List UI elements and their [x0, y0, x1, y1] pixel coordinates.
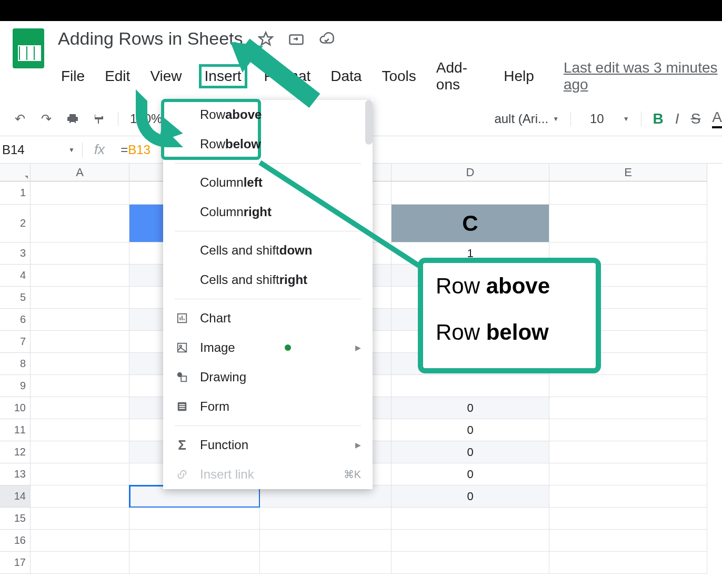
document-title[interactable]: Adding Rows in Sheets — [58, 28, 243, 49]
cell[interactable] — [31, 463, 129, 485]
cell[interactable] — [31, 375, 129, 397]
strike-button[interactable]: S — [691, 110, 701, 127]
text-color-button[interactable]: A — [712, 109, 722, 128]
column-header-D[interactable]: D — [392, 164, 549, 181]
column-header-A[interactable]: A — [31, 164, 129, 181]
row-header[interactable]: 13 — [0, 463, 31, 485]
row-header[interactable]: 14 — [0, 485, 31, 508]
column-header-E[interactable]: E — [549, 164, 707, 181]
menu-file[interactable]: File — [58, 67, 88, 86]
undo-icon[interactable]: ↶ — [13, 111, 27, 126]
insert-form[interactable]: Form — [163, 392, 373, 421]
menu-tools[interactable]: Tools — [378, 67, 419, 86]
font-name-select[interactable]: ault (Ari...▼ — [494, 111, 559, 126]
insert-row-above[interactable]: Row above — [163, 100, 373, 129]
cell[interactable] — [260, 508, 392, 530]
bold-button[interactable]: B — [653, 110, 664, 127]
cell[interactable] — [260, 530, 392, 552]
cell[interactable] — [392, 530, 549, 552]
cell[interactable] — [31, 287, 129, 309]
insert-row-below[interactable]: Row below — [163, 129, 373, 159]
cell[interactable] — [549, 181, 707, 205]
cell[interactable] — [549, 530, 707, 552]
insert-cells-shift-down[interactable]: Cells and shift down — [163, 236, 373, 265]
cell[interactable] — [31, 331, 129, 353]
row-header[interactable]: 4 — [0, 265, 31, 287]
cell[interactable] — [549, 419, 707, 441]
menu-view[interactable]: View — [147, 67, 185, 86]
cell[interactable] — [129, 508, 260, 530]
dropdown-icon[interactable]: ▼ — [623, 115, 629, 123]
cell[interactable] — [31, 265, 129, 287]
cell[interactable] — [31, 205, 129, 242]
row-header[interactable]: 17 — [0, 552, 31, 574]
paint-format-icon[interactable] — [92, 111, 106, 126]
cell[interactable] — [392, 181, 549, 205]
cell[interactable]: 0 — [392, 397, 549, 419]
insert-chart[interactable]: Chart — [163, 303, 373, 333]
cell[interactable] — [31, 353, 129, 375]
cell[interactable] — [31, 181, 129, 205]
cell[interactable] — [549, 552, 707, 574]
cell[interactable]: C — [392, 205, 549, 242]
redo-icon[interactable]: ↷ — [39, 111, 54, 126]
insert-drawing[interactable]: Drawing — [163, 362, 373, 392]
cell[interactable] — [31, 419, 129, 441]
row-header[interactable]: 7 — [0, 331, 31, 353]
cell[interactable] — [549, 441, 707, 463]
insert-cells-shift-right[interactable]: Cells and shift right — [163, 265, 373, 295]
cell[interactable]: 0 — [392, 419, 549, 441]
menu-data[interactable]: Data — [327, 67, 365, 86]
last-edit-link[interactable]: Last edit was 3 minutes ago — [564, 59, 722, 93]
row-header[interactable]: 5 — [0, 287, 31, 309]
insert-column-left[interactable]: Column left — [163, 168, 373, 197]
menu-help[interactable]: Help — [500, 67, 537, 86]
cell[interactable] — [260, 552, 392, 574]
row-header[interactable]: 10 — [0, 397, 31, 419]
cell[interactable] — [31, 485, 129, 508]
cell[interactable] — [549, 463, 707, 485]
menu-addons[interactable]: Add-ons — [433, 58, 487, 94]
cell[interactable]: 0 — [392, 441, 549, 463]
cell[interactable] — [392, 552, 549, 574]
cell[interactable] — [549, 485, 707, 508]
cell[interactable] — [129, 530, 260, 552]
row-header[interactable]: 1 — [0, 181, 31, 205]
print-icon[interactable] — [65, 111, 80, 126]
row-header[interactable]: 16 — [0, 530, 31, 552]
cell[interactable] — [549, 508, 707, 530]
font-size-value[interactable]: 10 — [590, 111, 604, 126]
insert-image[interactable]: Image▶ — [163, 333, 373, 362]
cell[interactable]: 0 — [392, 485, 549, 508]
cell[interactable] — [549, 375, 707, 397]
active-cell-ref[interactable]: B14 — [0, 143, 68, 157]
cell[interactable] — [31, 530, 129, 552]
menu-edit[interactable]: Edit — [102, 67, 133, 86]
dropdown-icon[interactable]: ▼ — [68, 146, 75, 154]
cell[interactable] — [129, 552, 260, 574]
cell[interactable] — [31, 397, 129, 419]
cell[interactable]: 0 — [392, 463, 549, 485]
cell[interactable] — [31, 508, 129, 530]
insert-function[interactable]: ΣFunction▶ — [163, 430, 373, 460]
formula-input[interactable]: =B13 — [121, 143, 151, 157]
row-header[interactable]: 12 — [0, 441, 31, 463]
row-header[interactable]: 15 — [0, 508, 31, 530]
cell[interactable] — [392, 508, 549, 530]
row-header[interactable]: 11 — [0, 419, 31, 441]
row-header[interactable]: 3 — [0, 242, 31, 265]
cell[interactable] — [31, 441, 129, 463]
italic-button[interactable]: I — [675, 110, 679, 127]
row-header[interactable]: 9 — [0, 375, 31, 397]
cell[interactable] — [31, 552, 129, 574]
row-header[interactable]: 2 — [0, 205, 31, 242]
row-header[interactable]: 6 — [0, 309, 31, 331]
cell[interactable] — [549, 397, 707, 419]
cell[interactable] — [549, 205, 707, 242]
cell[interactable] — [31, 242, 129, 265]
row-header[interactable]: 8 — [0, 353, 31, 375]
select-all-corner[interactable] — [0, 164, 31, 181]
cell[interactable] — [392, 375, 549, 397]
move-folder-icon[interactable] — [288, 31, 304, 47]
cell[interactable] — [31, 309, 129, 331]
